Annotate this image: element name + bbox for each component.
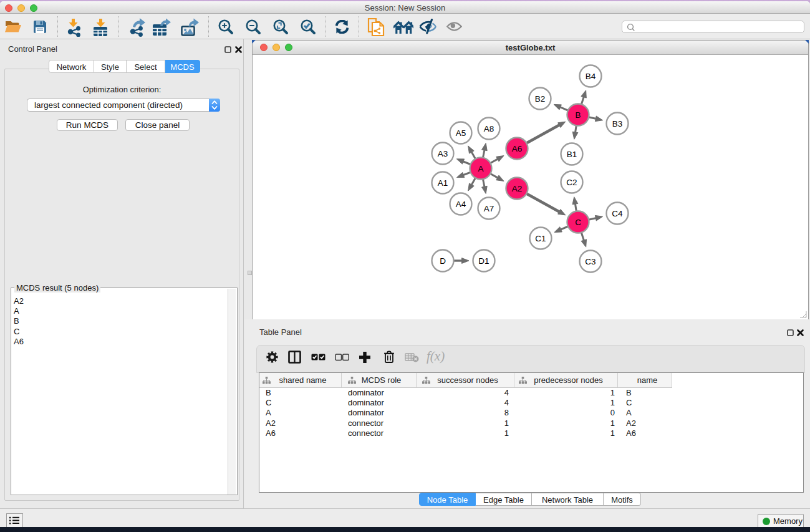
svg-text:D1: D1 (478, 256, 489, 266)
svg-text:C4: C4 (612, 209, 623, 218)
svg-text:B4: B4 (586, 72, 596, 81)
svg-text:C2: C2 (566, 178, 577, 187)
svg-text:C3: C3 (585, 257, 595, 266)
svg-text:A8: A8 (484, 124, 494, 133)
svg-text:A5: A5 (456, 128, 466, 138)
svg-text:A6: A6 (512, 144, 523, 153)
svg-text:B1: B1 (567, 150, 577, 159)
svg-text:A7: A7 (484, 204, 494, 213)
svg-text:B3: B3 (612, 119, 623, 128)
svg-text:A1: A1 (438, 178, 448, 188)
svg-text:C1: C1 (535, 234, 546, 243)
svg-text:C: C (575, 218, 581, 227)
svg-text:A2: A2 (512, 184, 523, 193)
svg-text:B2: B2 (535, 94, 546, 104)
svg-text:D: D (440, 256, 446, 266)
svg-text:B: B (575, 110, 581, 120)
svg-text:A4: A4 (456, 200, 466, 209)
svg-text:A: A (478, 164, 483, 173)
svg-text:A3: A3 (438, 149, 448, 158)
